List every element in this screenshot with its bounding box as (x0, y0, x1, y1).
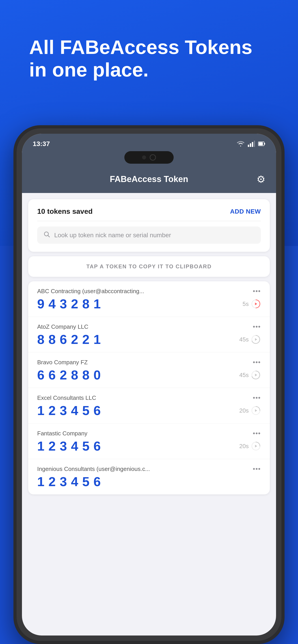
token-digit: 5 (82, 404, 89, 417)
timer-icon (251, 334, 261, 344)
svg-marker-14 (255, 374, 257, 376)
status-bar: 13:37 (22, 134, 276, 148)
token-item[interactable]: Excel Consultants LLC ••• 1 2 3 4 5 6 (28, 388, 270, 424)
token-digit: 5 (82, 440, 89, 452)
token-name: AtoZ Company LLC (37, 323, 88, 330)
more-dots-icon[interactable]: ••• (253, 430, 261, 437)
svg-marker-12 (255, 338, 257, 341)
token-digit: 1 (93, 333, 101, 346)
token-digit: 4 (71, 404, 78, 417)
svg-line-8 (48, 236, 50, 237)
more-dots-icon[interactable]: ••• (253, 465, 261, 472)
token-digits: 1 2 3 4 5 6 (37, 475, 101, 488)
token-digit: 6 (48, 368, 56, 382)
token-digits: 9 4 3 2 8 1 (37, 298, 101, 310)
timer-text: 20s (239, 407, 249, 414)
timer-text: 45s (239, 372, 249, 378)
svg-rect-2 (252, 142, 253, 147)
status-icons (237, 141, 265, 147)
token-name-row: Excel Consultants LLC ••• (37, 394, 261, 402)
battery-icon (258, 141, 265, 147)
add-new-button[interactable]: ADD NEW (230, 208, 261, 215)
svg-rect-6 (264, 143, 265, 145)
token-name: Ingenious Consultants (user@ingenious.c.… (37, 466, 150, 472)
token-count-label: 10 tokens saved (37, 207, 93, 216)
token-digit: 6 (93, 404, 101, 417)
wifi-icon (237, 141, 245, 147)
svg-rect-3 (254, 141, 255, 147)
token-name: Excel Consultants LLC (37, 394, 96, 402)
phone-screen: 13:37 (22, 134, 276, 636)
token-digit: 3 (60, 298, 67, 310)
token-timer: 45s (239, 370, 261, 380)
camera-dot (142, 156, 146, 160)
token-item[interactable]: ABC Contracting (user@abccontracting... … (28, 281, 270, 317)
token-digit: 8 (82, 368, 89, 382)
token-item[interactable]: Bravo Company FZ ••• 6 6 2 8 8 0 (28, 352, 270, 388)
app-title: FABeAccess Token (110, 174, 188, 184)
token-count-row: 10 tokens saved ADD NEW (37, 207, 261, 216)
search-placeholder-text: Look up token nick name or serial number (54, 232, 171, 239)
token-digit: 3 (60, 404, 67, 417)
search-icon (44, 231, 50, 239)
token-name-row: Ingenious Consultants (user@ingenious.c.… (37, 465, 261, 472)
phone-inner: 13:37 (17, 128, 281, 641)
timer-icon (251, 406, 261, 416)
token-name-row: Fantastic Company ••• (37, 430, 261, 437)
token-list: ABC Contracting (user@abccontracting... … (28, 281, 270, 494)
token-name-row: AtoZ Company LLC ••• (37, 323, 261, 330)
token-digits-row: 1 2 3 4 5 6 (37, 475, 261, 488)
token-digit: 6 (37, 368, 44, 382)
more-dots-icon[interactable]: ••• (253, 288, 261, 295)
camera-area (22, 148, 276, 169)
token-digit: 3 (60, 475, 67, 488)
svg-rect-5 (259, 142, 263, 145)
token-timer: 20s (239, 441, 261, 451)
more-dots-icon[interactable]: ••• (253, 394, 261, 402)
svg-marker-10 (255, 302, 257, 305)
divider (37, 221, 261, 221)
token-name: Fantastic Company (37, 430, 87, 437)
svg-marker-16 (255, 409, 257, 412)
token-digit: 8 (37, 333, 44, 346)
token-digit: 4 (71, 440, 78, 452)
token-digits-row: 1 2 3 4 5 6 20s (37, 404, 261, 417)
more-dots-icon[interactable]: ••• (253, 359, 261, 366)
token-digits: 1 2 3 4 5 6 (37, 404, 101, 417)
token-digit: 6 (93, 475, 101, 488)
timer-text: 45s (239, 336, 249, 343)
timer-icon (251, 299, 261, 309)
status-time: 13:37 (33, 140, 50, 148)
token-digit: 2 (82, 333, 89, 346)
token-digit: 8 (82, 298, 89, 310)
token-item[interactable]: AtoZ Company LLC ••• 8 8 6 2 2 1 (28, 317, 270, 352)
token-digit: 1 (37, 475, 44, 488)
token-digits-row: 8 8 6 2 2 1 45s (37, 333, 261, 346)
gear-icon[interactable]: ⚙ (256, 174, 265, 185)
clipboard-hint-card: TAP A TOKEN TO COPY IT TO CLIPBOARD (28, 256, 270, 277)
more-dots-icon[interactable]: ••• (253, 323, 261, 330)
app-header: FABeAccess Token ⚙ (22, 169, 276, 193)
token-digit: 2 (71, 298, 78, 310)
token-digits: 1 2 3 4 5 6 (37, 440, 101, 452)
search-box[interactable]: Look up token nick name or serial number (37, 226, 261, 244)
token-item[interactable]: Ingenious Consultants (user@ingenious.c.… (28, 459, 270, 494)
token-digit: 3 (60, 440, 67, 452)
token-digit: 1 (93, 298, 101, 310)
token-timer: 20s (239, 406, 261, 416)
headline-text: All FABeAccess Tokens in one place. (29, 36, 269, 81)
svg-marker-18 (255, 445, 257, 448)
timer-icon (251, 441, 261, 451)
main-content: 10 tokens saved ADD NEW Look up token ni… (22, 199, 276, 494)
token-digit: 2 (48, 440, 56, 452)
token-name: ABC Contracting (user@abccontracting... (37, 288, 144, 295)
token-digit: 2 (60, 368, 67, 382)
token-digits-row: 9 4 3 2 8 1 5s (37, 298, 261, 310)
camera-pill (124, 151, 174, 164)
token-digits: 6 6 2 8 8 0 (37, 368, 101, 382)
camera-lens (150, 154, 156, 160)
token-item[interactable]: Fantastic Company ••• 1 2 3 4 5 6 (28, 424, 270, 459)
token-digit: 5 (82, 475, 89, 488)
token-digits-row: 6 6 2 8 8 0 45s (37, 368, 261, 382)
token-digit: 4 (71, 475, 78, 488)
